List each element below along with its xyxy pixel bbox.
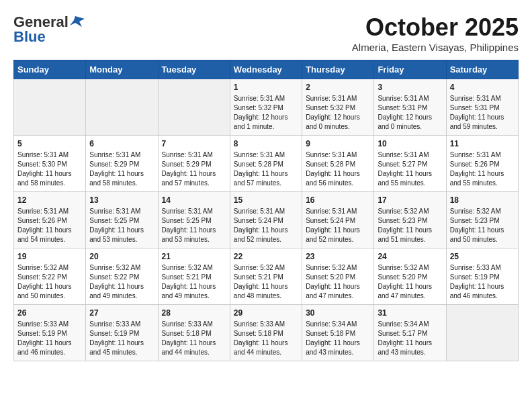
calendar-cell xyxy=(446,305,518,361)
calendar-cell: 12Sunrise: 5:31 AMSunset: 5:26 PMDayligh… xyxy=(14,192,86,248)
day-number: 14 xyxy=(162,195,226,205)
title-block: October 2025 Almeria, Eastern Visayas, P… xyxy=(352,13,519,53)
logo-bird-icon xyxy=(70,15,85,27)
day-number: 28 xyxy=(162,308,226,318)
calendar-week-row: 1Sunrise: 5:31 AMSunset: 5:32 PMDaylight… xyxy=(14,79,519,136)
cell-info: Sunrise: 5:31 AMSunset: 5:32 PMDaylight:… xyxy=(306,94,370,132)
day-number: 7 xyxy=(162,139,226,148)
calendar-cell: 8Sunrise: 5:31 AMSunset: 5:28 PMDaylight… xyxy=(230,136,302,192)
cell-info: Sunrise: 5:31 AMSunset: 5:29 PMDaylight:… xyxy=(162,150,226,188)
calendar-week-row: 26Sunrise: 5:33 AMSunset: 5:19 PMDayligh… xyxy=(14,305,519,361)
cell-info: Sunrise: 5:31 AMSunset: 5:31 PMDaylight:… xyxy=(450,94,515,132)
calendar-cell xyxy=(14,79,86,136)
page-header: General Blue October 2025 Almeria, Easte… xyxy=(13,13,519,53)
cell-info: Sunrise: 5:31 AMSunset: 5:25 PMDaylight:… xyxy=(162,207,226,244)
calendar-cell: 15Sunrise: 5:31 AMSunset: 5:24 PMDayligh… xyxy=(230,192,302,248)
day-number: 10 xyxy=(378,139,442,148)
cell-info: Sunrise: 5:34 AMSunset: 5:17 PMDaylight:… xyxy=(378,320,442,357)
day-number: 9 xyxy=(306,139,370,148)
calendar-cell xyxy=(86,79,158,136)
cell-info: Sunrise: 5:32 AMSunset: 5:20 PMDaylight:… xyxy=(378,263,442,301)
day-number: 21 xyxy=(162,252,226,261)
day-number: 6 xyxy=(89,139,154,148)
weekday-header: Friday xyxy=(374,60,446,79)
month-title: October 2025 xyxy=(352,13,519,42)
calendar-cell: 17Sunrise: 5:32 AMSunset: 5:23 PMDayligh… xyxy=(374,192,446,248)
calendar-header-row: SundayMondayTuesdayWednesdayThursdayFrid… xyxy=(14,60,519,79)
calendar-week-row: 19Sunrise: 5:32 AMSunset: 5:22 PMDayligh… xyxy=(14,248,519,305)
day-number: 18 xyxy=(450,195,515,205)
calendar-cell: 19Sunrise: 5:32 AMSunset: 5:22 PMDayligh… xyxy=(14,248,86,305)
day-number: 19 xyxy=(17,252,82,261)
day-number: 13 xyxy=(89,195,154,205)
day-number: 20 xyxy=(89,252,154,261)
day-number: 30 xyxy=(306,308,370,318)
day-number: 4 xyxy=(450,83,515,92)
cell-info: Sunrise: 5:33 AMSunset: 5:19 PMDaylight:… xyxy=(17,320,82,357)
calendar-cell: 9Sunrise: 5:31 AMSunset: 5:28 PMDaylight… xyxy=(302,136,374,192)
day-number: 15 xyxy=(234,195,298,205)
day-number: 12 xyxy=(17,195,82,205)
calendar-cell: 26Sunrise: 5:33 AMSunset: 5:19 PMDayligh… xyxy=(14,305,86,361)
weekday-header: Wednesday xyxy=(230,60,302,79)
cell-info: Sunrise: 5:32 AMSunset: 5:22 PMDaylight:… xyxy=(89,263,154,301)
cell-info: Sunrise: 5:31 AMSunset: 5:24 PMDaylight:… xyxy=(234,207,298,244)
cell-info: Sunrise: 5:33 AMSunset: 5:19 PMDaylight:… xyxy=(89,320,154,357)
day-number: 3 xyxy=(378,83,442,92)
calendar-cell: 10Sunrise: 5:31 AMSunset: 5:27 PMDayligh… xyxy=(374,136,446,192)
cell-info: Sunrise: 5:31 AMSunset: 5:26 PMDaylight:… xyxy=(17,207,82,244)
calendar-cell: 24Sunrise: 5:32 AMSunset: 5:20 PMDayligh… xyxy=(374,248,446,305)
day-number: 8 xyxy=(234,139,298,148)
day-number: 11 xyxy=(450,139,515,148)
calendar-cell: 25Sunrise: 5:33 AMSunset: 5:19 PMDayligh… xyxy=(446,248,518,305)
calendar-cell: 3Sunrise: 5:31 AMSunset: 5:31 PMDaylight… xyxy=(374,79,446,136)
calendar-cell: 22Sunrise: 5:32 AMSunset: 5:21 PMDayligh… xyxy=(230,248,302,305)
cell-info: Sunrise: 5:31 AMSunset: 5:32 PMDaylight:… xyxy=(234,94,298,132)
cell-info: Sunrise: 5:31 AMSunset: 5:26 PMDaylight:… xyxy=(450,150,515,188)
weekday-header: Sunday xyxy=(14,60,86,79)
calendar-cell: 2Sunrise: 5:31 AMSunset: 5:32 PMDaylight… xyxy=(302,79,374,136)
day-number: 26 xyxy=(17,308,82,318)
cell-info: Sunrise: 5:31 AMSunset: 5:25 PMDaylight:… xyxy=(89,207,154,244)
weekday-header: Thursday xyxy=(302,60,374,79)
day-number: 23 xyxy=(306,252,370,261)
calendar-cell: 21Sunrise: 5:32 AMSunset: 5:21 PMDayligh… xyxy=(158,248,230,305)
day-number: 22 xyxy=(234,252,298,261)
day-number: 17 xyxy=(378,195,442,205)
calendar-cell: 28Sunrise: 5:33 AMSunset: 5:18 PMDayligh… xyxy=(158,305,230,361)
calendar-cell: 11Sunrise: 5:31 AMSunset: 5:26 PMDayligh… xyxy=(446,136,518,192)
day-number: 31 xyxy=(378,308,442,318)
calendar-week-row: 5Sunrise: 5:31 AMSunset: 5:30 PMDaylight… xyxy=(14,136,519,192)
cell-info: Sunrise: 5:31 AMSunset: 5:29 PMDaylight:… xyxy=(89,150,154,188)
cell-info: Sunrise: 5:33 AMSunset: 5:18 PMDaylight:… xyxy=(234,320,298,357)
day-number: 29 xyxy=(234,308,298,318)
logo: General Blue xyxy=(13,13,85,46)
calendar-cell: 14Sunrise: 5:31 AMSunset: 5:25 PMDayligh… xyxy=(158,192,230,248)
weekday-header: Monday xyxy=(86,60,158,79)
cell-info: Sunrise: 5:33 AMSunset: 5:19 PMDaylight:… xyxy=(450,263,515,301)
weekday-header: Tuesday xyxy=(158,60,230,79)
cell-info: Sunrise: 5:32 AMSunset: 5:20 PMDaylight:… xyxy=(306,263,370,301)
calendar-week-row: 12Sunrise: 5:31 AMSunset: 5:26 PMDayligh… xyxy=(14,192,519,248)
day-number: 25 xyxy=(450,252,515,261)
day-number: 24 xyxy=(378,252,442,261)
calendar-cell: 30Sunrise: 5:34 AMSunset: 5:18 PMDayligh… xyxy=(302,305,374,361)
cell-info: Sunrise: 5:31 AMSunset: 5:30 PMDaylight:… xyxy=(17,150,82,188)
calendar-cell: 6Sunrise: 5:31 AMSunset: 5:29 PMDaylight… xyxy=(86,136,158,192)
calendar-cell: 27Sunrise: 5:33 AMSunset: 5:19 PMDayligh… xyxy=(86,305,158,361)
calendar-cell: 4Sunrise: 5:31 AMSunset: 5:31 PMDaylight… xyxy=(446,79,518,136)
cell-info: Sunrise: 5:33 AMSunset: 5:18 PMDaylight:… xyxy=(162,320,226,357)
calendar-cell: 23Sunrise: 5:32 AMSunset: 5:20 PMDayligh… xyxy=(302,248,374,305)
location-title: Almeria, Eastern Visayas, Philippines xyxy=(352,42,519,53)
cell-info: Sunrise: 5:32 AMSunset: 5:21 PMDaylight:… xyxy=(162,263,226,301)
calendar-cell: 5Sunrise: 5:31 AMSunset: 5:30 PMDaylight… xyxy=(14,136,86,192)
calendar-cell xyxy=(158,79,230,136)
cell-info: Sunrise: 5:31 AMSunset: 5:28 PMDaylight:… xyxy=(306,150,370,188)
cell-info: Sunrise: 5:32 AMSunset: 5:23 PMDaylight:… xyxy=(378,207,442,244)
cell-info: Sunrise: 5:31 AMSunset: 5:31 PMDaylight:… xyxy=(378,94,442,132)
cell-info: Sunrise: 5:34 AMSunset: 5:18 PMDaylight:… xyxy=(306,320,370,357)
cell-info: Sunrise: 5:32 AMSunset: 5:23 PMDaylight:… xyxy=(450,207,515,244)
weekday-header: Saturday xyxy=(446,60,518,79)
day-number: 27 xyxy=(89,308,154,318)
calendar-cell: 29Sunrise: 5:33 AMSunset: 5:18 PMDayligh… xyxy=(230,305,302,361)
